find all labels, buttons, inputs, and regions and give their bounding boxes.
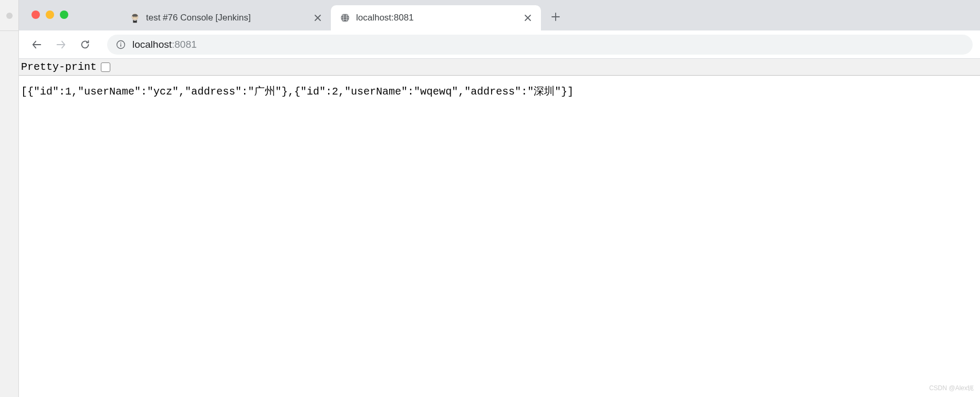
tab-bar: test #76 Console [Jenkins] bbox=[19, 0, 980, 30]
watermark: CSDN @Alex轭 bbox=[929, 384, 974, 393]
new-tab-button[interactable] bbox=[546, 7, 565, 26]
gutter-dot bbox=[6, 13, 13, 19]
pretty-print-bar: Pretty-print bbox=[19, 59, 980, 76]
back-button[interactable] bbox=[26, 34, 47, 55]
toolbar: localhost:8081 bbox=[19, 30, 980, 59]
url-text: localhost:8081 bbox=[132, 39, 197, 50]
site-info-icon[interactable] bbox=[116, 39, 126, 50]
tab-jenkins[interactable]: test #76 Console [Jenkins] bbox=[121, 5, 331, 30]
jenkins-icon bbox=[129, 12, 141, 24]
tab-title: test #76 Console [Jenkins] bbox=[146, 13, 308, 23]
globe-icon bbox=[339, 12, 351, 24]
reload-button[interactable] bbox=[75, 34, 96, 55]
svg-point-2 bbox=[133, 16, 134, 17]
window-minimize-button[interactable] bbox=[46, 11, 54, 19]
url-port: :8081 bbox=[172, 39, 197, 50]
forward-button[interactable] bbox=[50, 34, 71, 55]
svg-point-3 bbox=[135, 16, 137, 17]
pretty-print-checkbox[interactable] bbox=[101, 62, 110, 72]
json-response-body: [{"id":1,"userName":"ycz","address":"广州"… bbox=[21, 84, 978, 98]
left-gutter bbox=[0, 0, 19, 397]
window-maximize-button[interactable] bbox=[60, 11, 68, 19]
address-bar[interactable]: localhost:8081 bbox=[107, 35, 973, 55]
content-area: [{"id":1,"userName":"ycz","address":"广州"… bbox=[19, 76, 980, 397]
svg-rect-10 bbox=[120, 44, 121, 47]
close-icon[interactable] bbox=[313, 13, 322, 23]
tab-localhost[interactable]: localhost:8081 bbox=[331, 5, 541, 30]
gutter-divider bbox=[0, 30, 18, 31]
close-icon[interactable] bbox=[523, 13, 533, 23]
pretty-print-label: Pretty-print bbox=[21, 61, 97, 73]
window-controls bbox=[32, 11, 68, 19]
svg-point-9 bbox=[120, 43, 121, 44]
tab-title: localhost:8081 bbox=[356, 13, 518, 23]
window-close-button[interactable] bbox=[32, 11, 40, 19]
url-host: localhost bbox=[132, 39, 172, 50]
browser-window: test #76 Console [Jenkins] bbox=[19, 0, 980, 397]
